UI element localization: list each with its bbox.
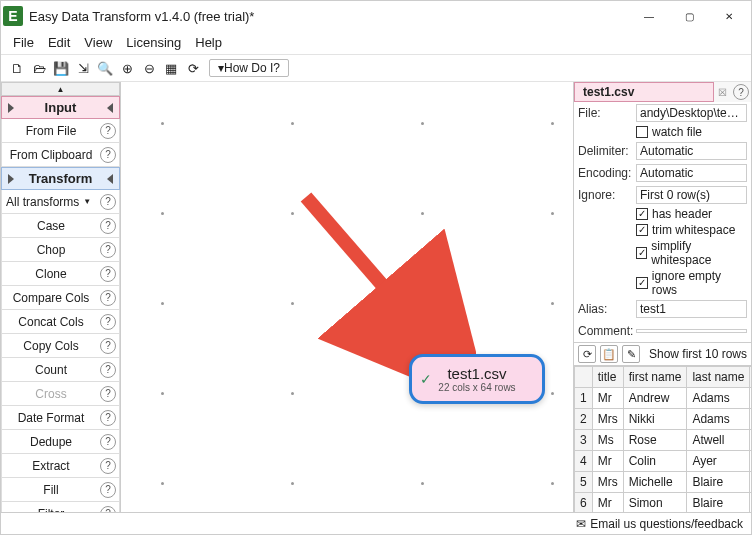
cell: Atwell [687, 430, 750, 451]
help-icon[interactable]: ? [100, 434, 116, 450]
collapse-icon[interactable] [8, 103, 14, 113]
cell: Michelle [623, 472, 687, 493]
transform-item[interactable]: Concat Cols? [1, 310, 120, 334]
transform-header: Transform [1, 167, 120, 190]
help-icon[interactable]: ? [733, 84, 749, 100]
input-item[interactable]: From Clipboard? [1, 143, 120, 167]
option-checkbox[interactable]: ✓ [636, 224, 648, 236]
delimiter-field[interactable]: Automatic [636, 142, 747, 160]
node-name: test1.csv [447, 365, 506, 382]
edit-icon[interactable]: ✎ [622, 345, 640, 363]
help-icon[interactable]: ? [100, 458, 116, 474]
transform-item[interactable]: Dedupe? [1, 430, 120, 454]
cell: Blaire [687, 493, 750, 513]
minimize-button[interactable]: — [629, 1, 669, 31]
help-icon[interactable]: ? [100, 386, 116, 402]
ignore-field[interactable]: First 0 row(s) [636, 186, 747, 204]
collapse-icon[interactable] [107, 103, 113, 113]
menu-file[interactable]: File [7, 33, 40, 52]
help-icon[interactable]: ? [100, 482, 116, 498]
table-row[interactable]: 5MrsMichelleBlaire [575, 472, 752, 493]
menu-help[interactable]: Help [189, 33, 228, 52]
help-icon[interactable]: ? [100, 194, 116, 210]
table-row[interactable]: 1MrAndrewAdams [575, 388, 752, 409]
collapse-icon[interactable] [107, 174, 113, 184]
transform-item[interactable]: Extract? [1, 454, 120, 478]
transform-item[interactable]: Chop? [1, 238, 120, 262]
collapse-icon[interactable] [8, 174, 14, 184]
canvas[interactable]: ✓ test1.csv 22 cols x 64 rows [121, 82, 573, 512]
close-button[interactable]: ✕ [709, 1, 749, 31]
transform-item[interactable]: Clone? [1, 262, 120, 286]
save-icon[interactable]: 💾 [51, 58, 71, 78]
help-icon[interactable]: ? [100, 362, 116, 378]
zoom-in-icon[interactable]: ⊕ [117, 58, 137, 78]
option-checkbox[interactable]: ✓ [636, 277, 648, 289]
menu-view[interactable]: View [78, 33, 118, 52]
column-header[interactable]: last name [687, 367, 750, 388]
grid-icon[interactable]: ▦ [161, 58, 181, 78]
help-icon[interactable]: ? [100, 338, 116, 354]
table-row[interactable]: 4MrColinAyer [575, 451, 752, 472]
mail-icon[interactable]: ✉ [576, 517, 586, 531]
maximize-button[interactable]: ▢ [669, 1, 709, 31]
help-icon[interactable]: ? [100, 290, 116, 306]
table-row[interactable]: 2MrsNikkiAdams [575, 409, 752, 430]
show-first-rows[interactable]: Show first 10 rows [649, 347, 747, 361]
table-row[interactable]: 6MrSimonBlaire [575, 493, 752, 513]
option-checkbox[interactable]: ✓ [636, 247, 647, 259]
file-field[interactable]: andy\Desktop\test1.csv [636, 104, 747, 122]
transform-item[interactable]: Case? [1, 214, 120, 238]
data-node[interactable]: ✓ test1.csv 22 cols x 64 rows [409, 354, 545, 404]
menu-edit[interactable]: Edit [42, 33, 76, 52]
help-icon[interactable]: ? [100, 314, 116, 330]
column-header[interactable]: suff [750, 367, 751, 388]
alias-field[interactable]: test1 [636, 300, 747, 318]
properties-tab[interactable]: test1.csv [574, 82, 714, 102]
left-scroll-up[interactable]: ▲ [1, 82, 120, 96]
transform-item[interactable]: Copy Cols? [1, 334, 120, 358]
transform-item[interactable]: Count? [1, 358, 120, 382]
transform-item-label: Chop [2, 243, 100, 257]
refresh-icon[interactable]: ⟳ [183, 58, 203, 78]
feedback-link[interactable]: Email us questions/feedback [590, 517, 743, 531]
refresh-icon[interactable]: ⟳ [578, 345, 596, 363]
column-header[interactable]: title [592, 367, 623, 388]
watch-file-checkbox[interactable] [636, 126, 648, 138]
help-icon[interactable]: ? [100, 410, 116, 426]
transform-item[interactable]: Cross? [1, 382, 120, 406]
comment-field[interactable] [636, 329, 747, 333]
encoding-field[interactable]: Automatic [636, 164, 747, 182]
help-icon[interactable]: ? [100, 242, 116, 258]
cell: Ayer [687, 451, 750, 472]
cell: Andrew [623, 388, 687, 409]
table-row[interactable]: 3MsRoseAtwell [575, 430, 752, 451]
option-row: ✓trim whitespace [574, 222, 751, 238]
column-header[interactable]: first name [623, 367, 687, 388]
new-icon[interactable]: 🗋 [7, 58, 27, 78]
open-icon[interactable]: 🗁 [29, 58, 49, 78]
transform-item[interactable]: Compare Cols? [1, 286, 120, 310]
clipboard-icon[interactable]: 📋 [600, 345, 618, 363]
help-icon[interactable]: ? [100, 147, 116, 163]
menu-licensing[interactable]: Licensing [120, 33, 187, 52]
help-icon[interactable]: ? [100, 218, 116, 234]
right-panel: test1.csv ☒ ? File:andy\Desktop\test1.cs… [573, 82, 751, 512]
input-item[interactable]: From File? [1, 119, 120, 143]
zoom-out-icon[interactable]: ⊖ [139, 58, 159, 78]
transform-item[interactable]: Fill? [1, 478, 120, 502]
help-icon[interactable]: ? [100, 266, 116, 282]
option-checkbox[interactable]: ✓ [636, 208, 648, 220]
how-do-i-button[interactable]: ▾How Do I? [209, 59, 289, 77]
tab-close-icon[interactable]: ☒ [714, 87, 731, 98]
option-label: has header [652, 207, 712, 221]
data-preview-table[interactable]: titlefirst namelast namesuff1MrAndrewAda… [574, 366, 751, 512]
transform-item[interactable]: Date Format? [1, 406, 120, 430]
export-icon[interactable]: ⇲ [73, 58, 93, 78]
help-icon[interactable]: ? [100, 123, 116, 139]
zoom-tool-icon[interactable]: 🔍 [95, 58, 115, 78]
transform-filter-combo[interactable]: All transforms▼ ? [1, 190, 120, 214]
transform-item-label: Fill [2, 483, 100, 497]
transform-item[interactable]: Filter? [1, 502, 120, 512]
title-bar: E Easy Data Transform v1.4.0 (free trial… [1, 1, 751, 31]
